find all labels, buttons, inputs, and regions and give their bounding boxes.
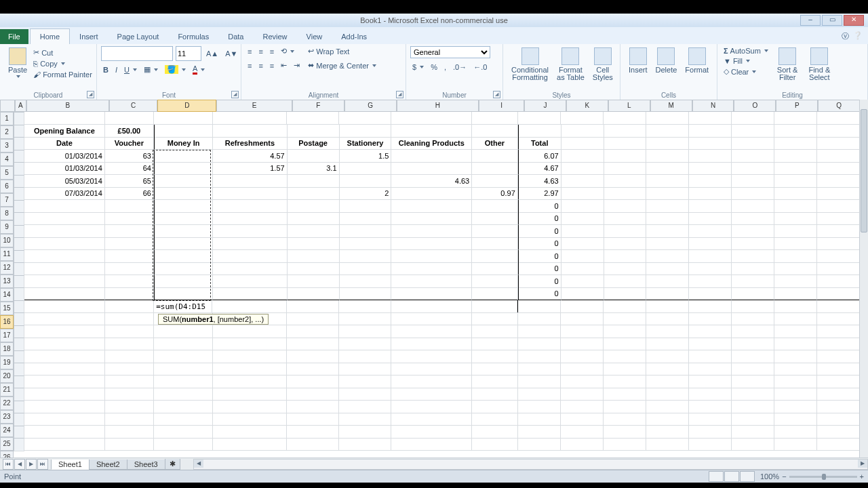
cell[interactable] [105,287,154,300]
dialog-launcher-icon[interactable]: ◢ [87,91,94,98]
cell[interactable] [391,287,472,300]
cell[interactable] [14,325,24,339]
cell[interactable] [646,426,689,439]
cell[interactable] [774,401,817,413]
cell[interactable] [561,212,604,225]
cell[interactable] [604,175,647,188]
align-middle-icon[interactable]: ≡ [256,47,264,56]
cell[interactable] [817,388,860,401]
cell[interactable] [339,300,391,313]
cell[interactable] [288,187,340,200]
orientation-icon[interactable]: ⟲ [279,46,296,56]
cell[interactable] [518,325,561,338]
fill-color-button[interactable]: 🪣 [163,64,188,75]
cell[interactable]: Voucher [105,137,154,150]
cell[interactable] [391,325,472,338]
cell[interactable]: 0 [518,237,561,250]
cell[interactable] [154,125,213,138]
bold-button[interactable]: B [101,65,111,75]
cell[interactable]: =sum(D4:D15 [154,300,212,313]
cell[interactable] [604,250,647,263]
cell[interactable] [517,300,561,313]
cell[interactable] [105,262,154,275]
cell[interactable] [391,162,472,175]
sheet-tab-sheet1[interactable]: Sheet1 [51,460,90,470]
column-header[interactable]: I [479,100,524,112]
cell[interactable] [604,125,647,138]
cell[interactable] [646,325,689,338]
cell[interactable] [817,363,860,375]
cell[interactable] [154,287,213,300]
cell[interactable] [689,162,732,175]
cell[interactable] [604,112,646,125]
page-layout-view-icon[interactable] [724,471,739,482]
row-header[interactable]: 7 [0,193,14,207]
cell[interactable] [604,262,647,275]
cell[interactable] [817,338,860,350]
cell[interactable] [561,388,604,401]
cell[interactable] [14,312,24,326]
cell[interactable] [288,275,340,288]
cell[interactable] [689,375,732,388]
column-header[interactable]: M [650,100,692,112]
cell[interactable] [472,150,518,163]
column-header[interactable]: N [692,100,734,112]
cell[interactable] [689,325,732,338]
cell[interactable] [774,225,817,238]
align-bottom-icon[interactable]: ≡ [268,47,276,56]
cell[interactable] [817,187,860,200]
cell[interactable] [561,325,604,338]
delete-cells-button[interactable]: Delete [652,46,682,88]
cell[interactable] [154,250,213,263]
cell[interactable] [604,388,646,401]
cell[interactable] [472,438,518,451]
column-header[interactable]: D [157,100,216,112]
cell[interactable] [689,200,732,213]
cell[interactable] [105,426,154,439]
cell[interactable] [689,262,732,275]
cell[interactable] [732,225,774,238]
cell[interactable]: 65 [105,175,154,188]
cell[interactable] [391,212,472,225]
cell[interactable] [689,438,732,451]
cell[interactable]: 0 [518,200,561,213]
cell[interactable] [24,325,105,338]
cell[interactable] [287,426,339,439]
autosum-button[interactable]: Σ AutoSum [722,46,770,56]
cell[interactable] [518,312,561,325]
cell[interactable] [817,401,860,413]
cell[interactable] [689,112,732,125]
cell[interactable] [472,112,518,125]
cell[interactable] [288,150,340,163]
cell[interactable] [604,212,647,225]
help-icon[interactable]: ❔ [853,31,863,41]
cell[interactable] [646,137,689,150]
cell[interactable]: 0 [518,250,561,263]
tab-review[interactable]: Review [253,29,296,44]
row-header[interactable]: 15 [0,302,14,315]
cell[interactable] [472,426,518,439]
cell[interactable] [14,125,24,138]
cell[interactable] [732,162,774,175]
row-header[interactable]: 8 [0,207,14,220]
last-sheet-icon[interactable]: ⏭ [37,459,48,470]
cell[interactable] [518,438,561,451]
cell[interactable] [154,413,212,426]
row-header[interactable]: 23 [0,410,14,424]
cell[interactable]: Cleaning Products [391,137,472,150]
border-button[interactable]: ▦ [142,64,160,75]
cell[interactable]: 4.67 [518,162,561,175]
row-header[interactable]: 20 [0,369,14,383]
cell[interactable] [561,287,604,300]
cell[interactable] [14,250,24,264]
cell[interactable] [774,325,817,338]
cell[interactable] [774,287,817,300]
cell[interactable] [105,312,154,325]
cell[interactable] [24,438,105,451]
cell[interactable] [339,375,391,388]
format-painter-button[interactable]: 🖌Format Painter [31,70,94,79]
cell[interactable] [604,237,647,250]
cell[interactable] [817,175,860,188]
cell[interactable] [339,426,391,439]
cell[interactable] [339,388,391,401]
